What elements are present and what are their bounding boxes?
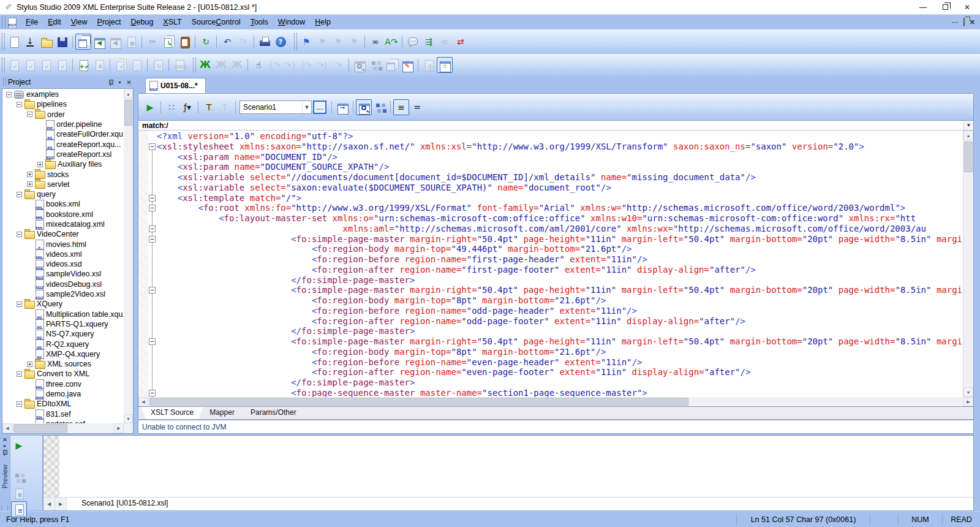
scroll-thumb[interactable]: [149, 398, 688, 406]
code-line-23[interactable]: <fo:region-before region-name="even-page…: [138, 357, 963, 368]
expand-icon[interactable]: +: [27, 181, 32, 187]
mdi-minimize-button[interactable]: —: [952, 18, 959, 26]
tree-item-samplevideo-xsl[interactable]: XSLTsampleVideo.xsl: [2, 269, 124, 279]
tree-item-parts-q1-xquery[interactable]: XQPARTS-Q1.xquery: [2, 319, 124, 329]
start-debugging-icon[interactable]: Ж: [197, 57, 213, 73]
menu-help[interactable]: Help: [310, 16, 336, 28]
function-menu-button[interactable]: ƒ▾: [179, 99, 195, 115]
pin-panel-button[interactable]: [106, 78, 115, 86]
menu-tools[interactable]: Tools: [246, 16, 273, 28]
watch-window-icon[interactable]: ☝: [437, 57, 453, 73]
scroll-right-icon[interactable]: ▶: [963, 397, 973, 406]
code-line-4[interactable]: <xsl:param name="DOCUMENT_SOURCE_XPATH"/…: [138, 162, 963, 172]
scroll-down-icon[interactable]: ▼: [963, 387, 973, 397]
preview-pin-button[interactable]: [2, 449, 8, 456]
collapse-icon[interactable]: −: [17, 301, 22, 307]
tree-item-examples[interactable]: −examples: [2, 89, 124, 99]
code-line-11[interactable]: − <fo:simple-page-master margin-right="5…: [138, 234, 963, 245]
code-line-7[interactable]: − <xsl:template match="/">: [138, 193, 963, 203]
scenario-select[interactable]: Scenario1▼: [239, 100, 312, 114]
tree-item-createfullorder-xqu[interactable]: XQcreateFullOrder.xqu...: [2, 129, 124, 139]
tree-item-videocenter[interactable]: −VideoCenter: [2, 229, 124, 239]
scroll-left-icon[interactable]: ◀: [2, 423, 12, 433]
previous-window-icon[interactable]: ◀: [91, 34, 107, 50]
find-icon[interactable]: ∞: [368, 34, 383, 50]
help-icon[interactable]: ?: [273, 34, 288, 50]
fold-collapse-icon[interactable]: −: [149, 195, 156, 202]
print-icon[interactable]: [257, 34, 273, 50]
scenario-properties-button[interactable]: …: [313, 100, 326, 114]
tree-item-movies-html[interactable]: ≡movies.html: [2, 239, 124, 249]
tree-item-nodates-sef[interactable]: EDInodates.sef: [2, 419, 124, 423]
code-line-6[interactable]: <xsl:variable select="saxon:evaluate($DO…: [138, 183, 963, 193]
tree-item-xml-sources[interactable]: +XML sources: [2, 359, 124, 369]
tree-item-multiplication-table-xqu[interactable]: XQMultiplication table.xqu...: [2, 309, 124, 319]
scroll-right-icon[interactable]: ▶: [114, 423, 124, 433]
refresh-icon[interactable]: ↻: [198, 34, 214, 50]
close-panel-button[interactable]: ✕: [124, 78, 134, 86]
expand-icon[interactable]: +: [27, 362, 32, 367]
code-line-15[interactable]: </fo:simple-page-master>: [138, 275, 963, 286]
close-button[interactable]: ✕: [957, 1, 978, 14]
code-line-18[interactable]: <fo:region-before region-name="odd-page-…: [138, 306, 963, 316]
goto-line-icon[interactable]: ⇶: [421, 34, 437, 50]
preview-tab-scroll-left-icon[interactable]: ◀: [43, 498, 55, 510]
code-line-9[interactable]: <fo:layout-master-set xmlns:o="urn:schem…: [138, 213, 963, 224]
menu-view[interactable]: View: [66, 16, 92, 28]
paste-icon[interactable]: [176, 34, 192, 50]
chevron-down-icon[interactable]: ▼: [302, 101, 311, 113]
tree-item-servlet[interactable]: +servlet: [2, 180, 124, 189]
new-document-icon[interactable]: [6, 34, 22, 50]
mdi-close-button[interactable]: ✕: [970, 18, 975, 26]
project-horizontal-scrollbar[interactable]: ◀ ▶: [2, 423, 124, 433]
fold-collapse-icon[interactable]: −: [149, 236, 156, 243]
preview-run-button[interactable]: ▶: [11, 438, 27, 453]
tree-item-sample2video-xsl[interactable]: XSLTsample2Video.xsl: [2, 289, 124, 299]
expand-icon[interactable]: +: [27, 172, 32, 177]
menu-window[interactable]: Window: [273, 16, 310, 28]
menu-project[interactable]: Project: [92, 16, 126, 28]
panel-splitter[interactable]: [134, 76, 138, 434]
bookmark-icon[interactable]: ⚑: [298, 34, 314, 50]
menu-edit[interactable]: Edit: [43, 16, 66, 28]
code-line-10[interactable]: − xmlns:aml="http://schemas.microsoft.co…: [138, 224, 963, 234]
pause-hand-icon[interactable]: ☝: [251, 57, 266, 73]
fold-collapse-icon[interactable]: −: [149, 205, 156, 211]
code-editor[interactable]: <?xml version="1.0" encoding="utf-8"?>−<…: [138, 131, 974, 397]
fold-collapse-icon[interactable]: −: [149, 287, 156, 294]
preview-text-icon[interactable]: ≡: [11, 501, 27, 517]
xpath-evaluate-icon[interactable]: ∷: [164, 99, 179, 115]
tab-xslt-source[interactable]: XSLT Source: [141, 407, 203, 419]
code-line-1[interactable]: <?xml version="1.0" encoding="utf-8"?>: [138, 131, 963, 142]
fold-collapse-icon[interactable]: −: [149, 338, 156, 345]
code-line-20[interactable]: </fo:simple-page-master>: [138, 326, 963, 336]
collapse-icon[interactable]: −: [6, 92, 12, 97]
word-wrap-icon[interactable]: =: [409, 99, 425, 115]
show-mapper-icon[interactable]: [372, 99, 388, 115]
preview-scenario-tab[interactable]: Scenario1 [U015-0812.xsl]: [70, 498, 179, 510]
tree-item-createreport-xqu[interactable]: XQcreateReport.xqu...: [2, 139, 124, 149]
highlight-template-icon[interactable]: T: [201, 99, 217, 115]
project-vertical-scrollbar[interactable]: ▲ ▼: [124, 89, 133, 423]
collapse-icon[interactable]: −: [27, 112, 32, 117]
scroll-up-icon[interactable]: ▲: [124, 89, 133, 99]
scroll-down-icon[interactable]: ▼: [124, 414, 133, 423]
tree-item-videos-xml[interactable]: XMLvideos.xml: [2, 249, 124, 259]
import-document-icon[interactable]: ↓: [22, 34, 38, 50]
menu-xslt[interactable]: XSLT: [158, 16, 186, 28]
tab-mapper[interactable]: Mapper: [200, 407, 244, 419]
mdi-restore-button[interactable]: [963, 18, 965, 26]
code-line-14[interactable]: <fo:region-after region-name="first-page…: [138, 265, 963, 275]
scroll-thumb[interactable]: [124, 100, 132, 126]
code-line-8[interactable]: − <fo:root xmlns:fo="http://www.w3.org/1…: [138, 203, 963, 213]
tree-item-auxiliary-files[interactable]: +Auxiliary files: [2, 159, 124, 169]
undo-icon[interactable]: ↶: [219, 34, 235, 50]
fold-collapse-icon[interactable]: −: [149, 143, 156, 150]
tree-item-order-pipeline[interactable]: PIPorder.pipeline: [2, 119, 124, 129]
code-line-24[interactable]: <fo:region-after region-name="even-page-…: [138, 367, 963, 377]
preview-result-icon[interactable]: [356, 99, 372, 115]
code-line-2[interactable]: −<xsl:stylesheet xmlns:saxon="http://sax…: [138, 142, 963, 152]
cascade-windows-icon[interactable]: [75, 34, 91, 50]
code-line-13[interactable]: <fo:region-before region-name="first-pag…: [138, 254, 963, 265]
tree-item-convert-to-xml[interactable]: −Convert to XML: [2, 369, 124, 379]
